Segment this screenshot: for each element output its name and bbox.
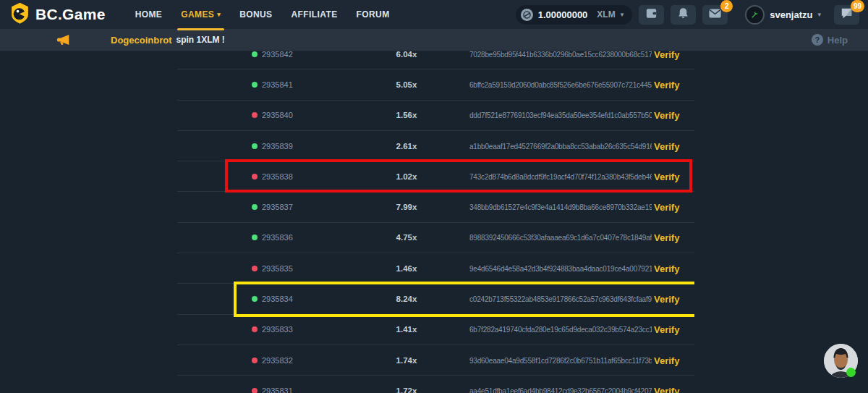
game-hash: ddd7f521e87769103ecf94ea35da50ee354efd1c… <box>469 111 652 119</box>
multiplier: 2.61x <box>374 142 439 151</box>
table-row: 2935835 1.46x 9e4d6546d4e58a42d3b4f92488… <box>177 253 694 284</box>
table-row: 2935839 2.61x a1bb0eaaf17ed4527669f2a0bb… <box>177 131 694 161</box>
game-hash: 7028be95bd95f441b6336b0296b0ae15cc623800… <box>469 51 652 58</box>
game-hash: 6bffc2a59159d2060d0abc85f526e6be676e5590… <box>469 80 652 88</box>
table-row: 2935842 6.04x 7028be95bd95f441b6336b0296… <box>177 51 694 69</box>
announcement-game-name[interactable]: Dogecoinbrot <box>111 35 172 46</box>
wallet-icon <box>645 8 658 22</box>
chat-badge: 99 <box>851 0 864 12</box>
game-status-dot <box>252 51 258 57</box>
username: svenjatzu <box>770 9 812 20</box>
verify-link[interactable]: Verify <box>654 171 679 182</box>
balance-amount: 1.00000000 <box>538 9 588 20</box>
game-hash: 743c2d874b6d8a8dcdf9fc19acf4d70f74f12a38… <box>469 172 652 180</box>
nav-item-bonus[interactable]: BONUS <box>230 0 281 29</box>
game-status-dot <box>252 296 258 302</box>
brand-name: BC.Game <box>35 6 106 23</box>
help-label: Help <box>827 35 848 46</box>
bc-game-app: BC.Game HOME GAMES ▾ BONUS AFFILIATE FOR… <box>0 0 868 393</box>
game-id[interactable]: 2935842 <box>262 51 293 59</box>
game-id[interactable]: 2935832 <box>262 356 293 365</box>
verify-link[interactable]: Verify <box>654 79 679 90</box>
navbar-right: 1.00000000 XLM ▾ <box>516 5 859 25</box>
game-id[interactable]: 2935841 <box>262 80 293 89</box>
verify-link[interactable]: Verify <box>654 263 679 274</box>
verify-link[interactable]: Verify <box>654 140 679 151</box>
game-status-dot <box>252 326 258 332</box>
table-row: 2935834 8.24x c0242b713f55322ab4853e9178… <box>177 284 694 314</box>
table-row: 2935832 1.74x 93d60eaae04a9d558f1cd7286f… <box>177 345 694 376</box>
verify-link[interactable]: Verify <box>654 202 679 213</box>
megaphone-icon <box>56 34 70 46</box>
verify-link[interactable]: Verify <box>654 355 679 365</box>
wallet-button[interactable] <box>639 5 664 25</box>
game-status-dot <box>252 234 258 240</box>
notifications-button[interactable] <box>671 5 696 25</box>
bc-game-logo[interactable]: BC.Game <box>10 2 106 28</box>
help-button[interactable]: ? Help <box>812 34 848 46</box>
game-hash: 8988392450666c53f30afaaaea69c1d6a7c0407e… <box>469 234 652 242</box>
user-menu[interactable]: svenjatzu ▾ <box>745 5 821 25</box>
game-id[interactable]: 2935834 <box>262 295 293 303</box>
table-row: 2935837 7.99x 348bb9db61527e4c9f3e4a1414… <box>177 192 694 222</box>
verify-link[interactable]: Verify <box>654 232 679 243</box>
avatar <box>745 5 765 25</box>
multiplier: 4.75x <box>374 233 439 242</box>
game-status-dot <box>252 266 258 271</box>
table-row: 2935841 5.05x 6bffc2a59159d2060d0abc85f5… <box>177 69 694 100</box>
game-id[interactable]: 2935835 <box>262 264 293 273</box>
verify-link[interactable]: Verify <box>654 385 679 393</box>
game-hash: 9e4d6546d4e58a42d3b4f924883baa4daac019ce… <box>469 264 652 272</box>
multiplier: 1.56x <box>374 111 439 119</box>
active-tab-underline <box>177 28 224 30</box>
online-status-dot <box>846 368 856 377</box>
main-nav: HOME GAMES ▾ BONUS AFFILIATE FORUM <box>126 0 399 29</box>
game-status-dot <box>252 143 258 149</box>
question-mark-icon: ? <box>812 34 823 46</box>
multiplier: 1.02x <box>374 172 439 181</box>
game-hash: 93d60eaae04a9d558f1cd7286f2c0b6751b11af6… <box>469 356 652 364</box>
multiplier: 1.41x <box>374 325 439 334</box>
verify-link[interactable]: Verify <box>654 294 679 305</box>
game-hash: 348bb9db61527e4c9f3e4a1414d9b8ba66ce8970… <box>469 203 652 211</box>
game-status-dot <box>252 388 258 393</box>
game-id[interactable]: 2935839 <box>262 142 293 151</box>
balance-currency: XLM <box>597 9 615 20</box>
chat-button[interactable]: 99 <box>834 5 859 25</box>
xlm-coin-icon <box>521 9 533 21</box>
game-status-dot <box>252 358 258 363</box>
bell-icon <box>678 7 689 22</box>
chevron-down-icon: ▾ <box>621 11 624 18</box>
game-id[interactable]: 2935836 <box>262 233 293 242</box>
messages-button[interactable]: 2 <box>702 5 728 25</box>
game-id[interactable]: 2935837 <box>262 203 293 211</box>
game-status-dot <box>252 112 258 118</box>
game-id[interactable]: 2935840 <box>262 111 293 119</box>
nav-item-affiliate[interactable]: AFFILIATE <box>282 0 347 29</box>
multiplier: 8.24x <box>374 295 439 303</box>
multiplier: 5.05x <box>374 80 439 89</box>
game-id[interactable]: 2935833 <box>262 325 293 334</box>
envelope-icon <box>709 8 721 21</box>
multiplier: 1.74x <box>374 356 439 365</box>
nav-item-home[interactable]: HOME <box>126 0 172 29</box>
nav-item-games[interactable]: GAMES ▾ <box>171 0 230 29</box>
fairness-table-body: 2935842 6.04x 7028be95bd95f441b6336b0296… <box>177 51 694 393</box>
verify-link[interactable]: Verify <box>654 110 679 121</box>
nav-item-forum[interactable]: FORUM <box>347 0 399 29</box>
verify-link[interactable]: Verify <box>654 324 679 335</box>
game-status-dot <box>252 82 258 88</box>
game-id[interactable]: 2935831 <box>262 386 293 393</box>
table-row: 2935836 4.75x 8988392450666c53f30afaaaea… <box>177 223 694 253</box>
chevron-down-icon: ▾ <box>817 11 821 18</box>
multiplier: 6.04x <box>374 51 439 59</box>
announcement-text: spin 1XLM ! <box>176 35 225 45</box>
multiplier: 7.99x <box>374 203 439 211</box>
table-row: 2935840 1.56x ddd7f521e87769103ecf94ea35… <box>177 101 694 131</box>
game-id[interactable]: 2935838 <box>262 172 293 181</box>
announcement-bar: Dogecoinbrot spin 1XLM ! ? Help <box>0 29 868 51</box>
table-row: 2935831 1.72x aa4e51dfba1eef6ad4bb98412c… <box>177 376 694 393</box>
balance-selector[interactable]: 1.00000000 XLM ▾ <box>516 5 633 25</box>
multiplier: 1.46x <box>374 264 439 273</box>
verify-link[interactable]: Verify <box>654 51 679 59</box>
